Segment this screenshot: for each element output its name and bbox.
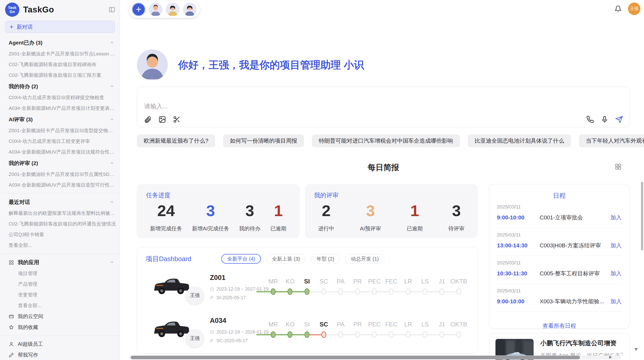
section-header[interactable]: Agent已办 (3) [9,37,117,49]
recent-chat-item[interactable]: 查看全部... [9,240,117,251]
task-item[interactable]: A034-全新新能源MUV产品开发项目造型可行性评审 [9,180,117,190]
milestone: SI [299,321,315,341]
stat: 24 新增完成任务 [150,203,182,232]
suggestion-chip[interactable]: 当下年轻人对汽车外观有怎样的喜好趋势 [579,134,644,147]
member-avatar[interactable] [183,3,197,16]
horizontal-scrollbar-thumb[interactable] [131,356,580,359]
phone-icon[interactable] [586,116,594,123]
attach-icon[interactable] [144,116,152,123]
stat-label: 已逾期 [270,225,286,232]
recent-chat-item[interactable]: C02-飞腾新能源轻客改款项目的闭环通告反馈情况 [9,219,117,229]
scissors-icon[interactable] [173,116,181,123]
schedule-item-title: C005-整车工程目标评审 [540,270,607,277]
member-avatar[interactable] [166,3,180,16]
milestone-label: OKTB [450,278,467,286]
recent-chat-item[interactable]: 公司Q3轻卡销量 [9,229,117,240]
task-item[interactable]: C02-飞腾新能源轻客改款项目里程碑画布 [9,59,117,70]
milestone: MR [265,321,282,341]
notification-bell-icon[interactable] [614,5,622,12]
stat-value: 24 [157,203,175,219]
milestone-dot-area [315,331,332,341]
dashboard-tab[interactable]: 年型 (2) [311,254,340,264]
message-input[interactable] [144,103,373,110]
section-header[interactable]: 最近对话 [9,196,117,208]
logo-line2: Go [10,10,15,14]
suggestion-chip[interactable]: 欧洲新规最近颁布了什么? [137,134,215,147]
join-button[interactable]: 加入 [610,214,622,221]
sidebar-item-help-write[interactable]: 帮我写作 [0,350,120,360]
milestone-label: PEC [366,321,383,328]
milestone-label: FEC [383,278,400,286]
milestone-dot [304,331,310,338]
suggestion-chip[interactable]: 特朗普可能对进口汽车增税会对中国车企造成哪些影响 [312,134,460,147]
project-row[interactable]: 王强 Z001 2023-12-19 ~ 2027-01-19 SI-2025-… [137,265,477,301]
stat-label: 已逾期 [407,225,423,232]
milestone-dot-area [315,288,332,298]
plus-icon: + [10,23,13,31]
sidebar-item-favorites[interactable]: 我的收藏 [0,322,120,333]
task-item[interactable]: Z001-全新燃油轻卡产品开发项目SI节点属性5D文件评审 [9,169,117,180]
mic-icon[interactable] [601,116,608,123]
section-header[interactable]: AI评审 (3) [9,114,117,125]
milestone-dot-area [417,288,433,298]
member-avatar[interactable] [149,3,163,16]
news-title: 小鹏飞行汽车制造公司增资 [540,339,623,347]
milestone-label: PR [349,278,366,286]
scroll-down-arrow[interactable] [634,348,638,351]
milestone-dot-area [450,331,467,341]
stat-label: AI预评审 [360,225,381,232]
dashboard-tab[interactable]: 全新平台 (4) [221,254,261,264]
app-item[interactable]: 变更管理 [9,290,117,300]
sidebar-item-cloud-space[interactable]: 我的云空间 [0,311,120,322]
my-apps-header[interactable]: 我的应用 [9,257,117,268]
milestone-label: LR [400,321,417,328]
clock-icon [210,287,214,291]
task-item[interactable]: A034-全新新能源MUV产品开发项目计划变更表编写 [9,103,117,114]
task-item[interactable]: C0X4-动力总成开发项目SI里程碑提交物检查 [9,92,117,103]
milestone-dot [422,288,428,295]
sidebar-item-ai-employee[interactable]: AI超级员工 [0,339,120,350]
milestone: FEC [383,278,400,298]
stat-value: 1 [274,203,283,219]
milestone-label: OKTB [450,321,467,328]
layout-grid-icon[interactable] [615,163,622,170]
task-item[interactable]: C0X4-动力总成开发项目工程变更评审 [9,136,117,147]
card-title: 任务进度 [146,191,170,199]
user-avatar[interactable]: 王强 [628,3,640,15]
pen-icon [9,352,14,358]
milestone-label: J1 [433,321,450,328]
collapse-sidebar-icon[interactable] [109,6,115,13]
chevron-up-icon [110,84,114,89]
vertical-scrollbar-thumb[interactable] [641,182,643,250]
app-item[interactable]: 项目管理 [9,268,117,279]
image-icon[interactable] [158,116,166,123]
project-row[interactable]: 王强 A034 2023-12-19 ~ 2026-01-19 SC-2025-… [137,301,477,343]
app-item[interactable]: 产品管理 [9,279,117,290]
app-title: TaskGo [23,5,54,14]
milestone-dot-area [400,331,417,341]
dashboard-tab[interactable]: 动总开发 (1) [345,254,384,264]
section-header[interactable]: 我的待办 (2) [9,81,117,92]
task-item[interactable]: Z001-全新燃油轻卡产品开发项目SI造型提交物评审 [9,125,117,136]
task-item[interactable]: Z001-全新燃油皮卡产品开发项目SI节点Lesson Learn报告 [9,49,117,59]
schedule-item: 2025/03/11 9:00-10:00 C001-立项审批会 加入 [497,200,622,228]
join-button[interactable]: 加入 [610,298,622,305]
app-item[interactable]: 查看全部... [9,300,117,311]
new-chat-button[interactable]: + 新对话 [5,21,115,33]
send-icon[interactable] [615,116,623,123]
owner-avatar: 王强 [186,329,204,347]
suggestion-chip[interactable]: 比亚迪全固态电池计划具体说了什么 [468,134,571,147]
add-member-button[interactable]: + [132,3,145,16]
recent-chat-item[interactable]: 解释最新出台的欧盟报废车法规再生塑料比例被调至15%... [9,208,117,219]
stat-value: 3 [366,203,375,219]
join-button[interactable]: 加入 [610,270,622,277]
scroll-right-arrow[interactable] [609,355,612,359]
milestone: PR [349,321,366,341]
dashboard-tab[interactable]: 全新上装 (3) [266,254,305,264]
task-item[interactable]: C02-飞腾新能源轻客改款项目立项汇报方案 [9,70,117,81]
join-button[interactable]: 加入 [610,242,622,249]
section-header[interactable]: 我的评审 (2) [9,157,117,169]
view-all-schedule-link[interactable]: 查看所有日程 [489,322,630,330]
suggestion-chip[interactable]: 如何写一份清晰的项目周报 [223,134,304,147]
task-item[interactable]: A034-全新新能源MUV产品开发项目法规符合性评审 [9,147,117,157]
